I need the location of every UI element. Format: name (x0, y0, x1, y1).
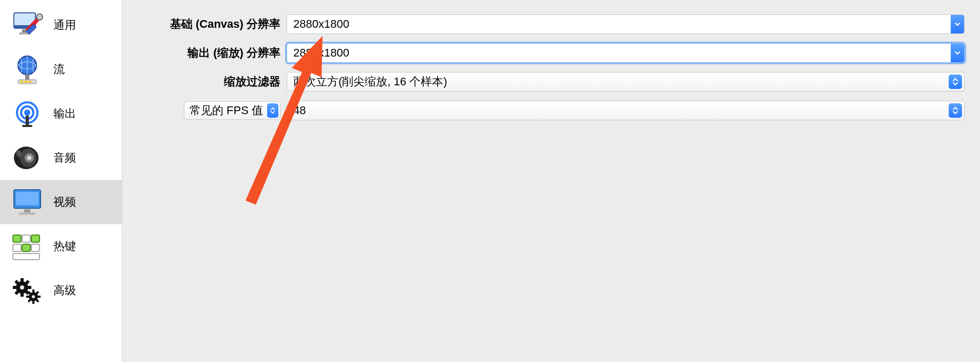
sidebar-item-label: 高级 (53, 283, 76, 298)
svg-rect-25 (31, 235, 40, 242)
svg-point-41 (32, 295, 35, 298)
base-resolution-combobox[interactable]: 2880x1800 (287, 14, 965, 34)
svg-point-11 (24, 110, 30, 116)
gears-icon (8, 272, 46, 310)
svg-rect-24 (22, 235, 30, 242)
updown-stepper-icon[interactable] (949, 103, 962, 118)
monitor-wrench-icon (8, 6, 46, 44)
sidebar-item-hotkeys[interactable]: 热键 (0, 224, 122, 268)
settings-panel-video: 基础 (Canvas) 分辨率 2880x1800 输出 (缩放) 分辨率 28… (122, 0, 980, 362)
svg-rect-10 (28, 81, 31, 83)
fps-type-value: 常见的 FPS 值 (190, 102, 267, 119)
base-resolution-value: 2880x1800 (287, 15, 951, 33)
chevron-down-icon[interactable] (951, 15, 964, 33)
speaker-icon (8, 139, 46, 177)
sidebar-item-audio[interactable]: 音频 (0, 136, 122, 180)
svg-rect-23 (13, 235, 21, 242)
sidebar-item-label: 音频 (53, 150, 76, 166)
fps-value: 48 (287, 101, 949, 120)
svg-rect-9 (24, 81, 27, 83)
sidebar-item-label: 通用 (53, 17, 76, 33)
svg-rect-6 (25, 75, 29, 80)
downscale-filter-value: 两次立方(削尖缩放, 16 个样本) (287, 73, 949, 91)
svg-rect-28 (31, 244, 40, 251)
svg-point-17 (27, 156, 31, 160)
base-resolution-label: 基础 (Canvas) 分辨率 (122, 16, 287, 32)
sidebar-item-label: 流 (53, 62, 65, 77)
svg-rect-32 (21, 278, 24, 282)
globe-network-icon (8, 50, 46, 88)
svg-rect-12 (26, 116, 29, 125)
updown-stepper-icon[interactable] (267, 103, 278, 118)
fps-value-select[interactable]: 48 (287, 101, 965, 120)
svg-rect-27 (22, 244, 30, 251)
svg-rect-44 (26, 296, 29, 298)
svg-rect-33 (21, 293, 24, 297)
svg-rect-29 (13, 254, 40, 260)
downscale-filter-label: 缩放过滤器 (122, 74, 287, 89)
sidebar-item-stream[interactable]: 流 (0, 47, 122, 92)
svg-rect-45 (37, 296, 41, 298)
output-resolution-value: 2880x1800 (287, 44, 951, 62)
sidebar-item-video[interactable]: 视频 (0, 180, 122, 224)
output-resolution-combobox[interactable]: 2880x1800 (287, 43, 965, 63)
fps-type-select[interactable]: 常见的 FPS 值 (184, 101, 280, 120)
sidebar-item-label: 热键 (53, 239, 76, 254)
keyboard-keys-icon (8, 227, 46, 265)
output-resolution-label: 输出 (缩放) 分辨率 (122, 45, 287, 61)
settings-sidebar: 通用 流 (0, 0, 122, 362)
svg-rect-34 (13, 286, 17, 289)
monitor-icon (8, 183, 46, 221)
svg-rect-26 (13, 244, 21, 251)
svg-rect-43 (32, 301, 34, 304)
sidebar-item-label: 输出 (53, 106, 76, 121)
sidebar-item-general[interactable]: 通用 (0, 3, 122, 47)
chevron-down-icon[interactable] (951, 44, 964, 62)
svg-rect-42 (32, 289, 34, 293)
svg-rect-21 (24, 209, 30, 212)
svg-rect-13 (22, 125, 32, 127)
sidebar-item-advanced[interactable]: 高级 (0, 268, 122, 313)
sidebar-item-label: 视频 (53, 194, 76, 210)
broadcast-icon (8, 95, 46, 133)
sidebar-item-output[interactable]: 输出 (0, 92, 122, 136)
svg-rect-8 (20, 81, 23, 83)
downscale-filter-select[interactable]: 两次立方(削尖缩放, 16 个样本) (287, 72, 965, 92)
svg-point-4 (36, 14, 43, 20)
svg-rect-35 (27, 286, 31, 289)
svg-rect-20 (16, 192, 39, 205)
svg-point-31 (20, 285, 24, 289)
svg-rect-22 (19, 212, 35, 215)
updown-stepper-icon[interactable] (949, 75, 962, 89)
